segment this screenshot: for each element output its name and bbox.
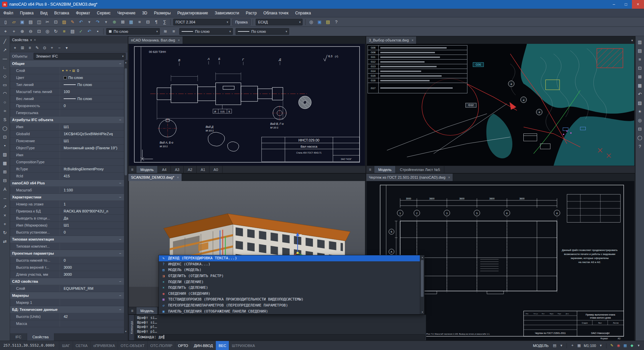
autocomplete-item[interactable]: ? ИНДЕКС (СПРАВКА...) <box>159 261 420 267</box>
revision-cloud-icon[interactable]: ≈ <box>1 106 9 115</box>
ucs-icon[interactable]: ⌖ <box>569 342 576 349</box>
menu-item[interactable]: Справка <box>292 9 314 17</box>
line-icon[interactable]: ╱ <box>1 37 9 46</box>
menu-item[interactable]: Вставка <box>51 9 73 17</box>
copy-properties-icon[interactable]: ✎ <box>69 18 76 26</box>
status-toggle-button[interactable]: ОРТО <box>175 341 191 350</box>
move-icon[interactable]: + <box>1 220 9 228</box>
status-toggle-button[interactable]: ОТС-ОБЪЕКТ <box>118 341 147 350</box>
close-button[interactable]: × <box>632 0 644 9</box>
property-value[interactable]: 0 <box>60 229 124 236</box>
pick-objects-icon[interactable]: ⌖ <box>11 45 19 51</box>
print-preview-icon[interactable]: ◫ <box>35 18 43 26</box>
paste-icon[interactable]: ▨ <box>60 18 68 26</box>
properties-scrollbar[interactable]: ▴ ▾ <box>124 60 128 333</box>
sheets-panel-icon[interactable]: ▤ <box>636 46 644 55</box>
document-tab[interactable]: Чертеж из ГОСТ 21.501-2011 (nanoCAD).dwg… <box>366 174 453 181</box>
quick-select-icon[interactable]: ⊞ <box>19 45 26 51</box>
layout-menu-icon[interactable]: ≡ <box>366 166 374 173</box>
lights-panel-icon[interactable]: ☀ <box>636 107 644 116</box>
property-value[interactable] <box>60 152 124 158</box>
drawing-viewport[interactable]: 4 4 4 G06 G12 G06 <box>366 44 635 166</box>
autocomplete-item[interactable]: ▤ МОДЕЛЬ (МОДЕЛЬ) <box>159 267 420 273</box>
tool-palettes-icon[interactable]: ▦ <box>636 81 644 90</box>
autocomplete-item[interactable]: ▣ ПАНЕЛЬ_СВЕДЕНИЯ (ОТОБРАЖЕНИЕ ПАНЕЛИ СВ… <box>159 308 420 314</box>
scrollbar-thumb[interactable] <box>125 68 127 175</box>
property-value[interactable]: 42 <box>60 313 124 320</box>
expand-sections-icon[interactable]: + <box>48 45 56 51</box>
maximize-button[interactable]: □ <box>620 0 632 9</box>
text-icon[interactable]: ¶ <box>152 18 160 26</box>
zoom-extents-icon[interactable]: ◎ <box>44 28 51 35</box>
layout-tab[interactable]: Модель <box>136 166 158 173</box>
utilities-icon[interactable]: ◎ <box>307 18 315 26</box>
copy-properties-icon[interactable]: ✎ <box>34 45 41 51</box>
web-panel-icon[interactable]: ◯ <box>636 133 644 142</box>
property-value[interactable]: Монтажный шкаф (Панели 19") <box>60 145 124 151</box>
property-value[interactable]: 0 <box>60 102 124 109</box>
copy-icon[interactable]: ⊡ <box>52 18 60 26</box>
sections-panel-icon[interactable]: ⊟ <box>636 124 644 133</box>
block-icon[interactable]: ⊡ <box>1 133 9 141</box>
panel-close-icon[interactable]: × <box>34 38 36 42</box>
autocomplete-item[interactable]: × ПОДЕЛИ (ДЕЛЕНИЕ) <box>159 279 420 285</box>
redo-icon[interactable]: ↷ <box>94 18 102 26</box>
layout-tab[interactable]: A4 <box>158 166 171 173</box>
close-icon[interactable]: × <box>448 176 450 179</box>
lock-layer-icon[interactable]: ▪ <box>94 28 102 35</box>
property-value[interactable]: 0 <box>60 257 124 264</box>
linetype-manager-icon[interactable]: ≋ <box>162 28 169 35</box>
property-value[interactable] <box>60 243 124 250</box>
property-value[interactable]: По слою <box>60 95 124 102</box>
properties-tab[interactable]: IFC <box>10 333 27 341</box>
insert-block-icon[interactable]: ⊕ <box>111 18 118 26</box>
regen-icon[interactable]: ↻ <box>52 28 60 35</box>
layout-tab[interactable]: A2 <box>184 166 196 173</box>
polygon-icon[interactable]: ◇ <box>1 72 9 80</box>
layout-menu-icon[interactable]: ≡ <box>128 166 136 173</box>
blocks-panel-icon[interactable]: ⊡ <box>636 64 644 72</box>
notifications-icon[interactable]: ◉ <box>615 342 622 349</box>
save-icon[interactable]: ▣ <box>18 18 26 26</box>
status-toggle-button[interactable]: ШТРИХОВКА <box>229 341 258 350</box>
property-value[interactable]: 1 <box>60 201 124 207</box>
text-icon[interactable]: A <box>1 185 9 193</box>
cut-icon[interactable]: ✂ <box>44 18 51 26</box>
menu-item[interactable]: Файл <box>0 9 17 17</box>
lineweight-combo[interactable]: По слою ▾ <box>236 28 289 35</box>
document-tab[interactable]: 3_Выбор объектов.dwg × <box>366 36 416 44</box>
help-panel-icon[interactable]: ? <box>636 142 644 151</box>
property-value[interactable]: 3000 <box>60 271 124 278</box>
layout-tab[interactable]: Стройгенплан Лист №5 <box>396 166 444 173</box>
zoom-out-icon[interactable]: ⊖ <box>27 28 35 35</box>
circle-icon[interactable]: ○ <box>1 98 9 106</box>
document-tab[interactable]: nCAD Механика. Вал.dwg × <box>128 36 183 44</box>
property-value[interactable]: По слою <box>60 74 124 81</box>
table-icon[interactable]: ⊟ <box>144 18 152 26</box>
scale-dropdown-icon[interactable]: ▾ <box>597 342 604 349</box>
raster-insert-icon[interactable]: ▦ <box>127 18 135 26</box>
rectangle-icon[interactable]: ▭ <box>1 80 9 89</box>
property-value[interactable]: Ш1 <box>60 138 124 144</box>
drawing-viewport[interactable]: 00 620 ТЗНН В А Б Г Д 6.3 (√) <box>128 44 366 166</box>
help-icon[interactable]: ? <box>332 18 340 26</box>
dimension-icon[interactable]: ↔ <box>1 193 9 202</box>
menu-item[interactable]: Правка <box>17 9 37 17</box>
menu-item[interactable]: Размеры <box>150 9 174 17</box>
property-value[interactable] <box>60 299 124 306</box>
autocomplete-item[interactable]: ▦ ТЕСТВИДЕОПРОИЗВ (ПРОВЕРКА ПРОИЗВОДИТЕЛ… <box>159 296 420 302</box>
objects-combo[interactable]: Элемент IFC ▾ <box>34 53 126 60</box>
status-menu-icon[interactable]: ▾ <box>635 342 642 349</box>
property-value[interactable]: Ш1 <box>60 222 124 229</box>
autocomplete-item[interactable]: × ПОДЕЛИТЬ (ДЕЛЕНИЕ) <box>159 285 420 291</box>
select-same-icon[interactable]: ≡ <box>26 45 34 51</box>
scroll-up-icon[interactable]: ▴ <box>420 255 425 259</box>
menu-item[interactable]: Вид <box>37 9 51 17</box>
menu-item[interactable]: Зависимости <box>211 9 243 17</box>
gem-icon[interactable]: ◆ <box>629 342 635 349</box>
mirror-icon[interactable]: ⇄ <box>1 237 9 246</box>
table-icon[interactable]: ⊟ <box>1 176 9 185</box>
property-value[interactable]: 1KC$rHGQzSvxBWeHPIeZvq <box>60 130 124 137</box>
property-value[interactable]: IfcBuildingElementProxy <box>60 166 124 172</box>
property-value[interactable]: 100 <box>60 88 124 95</box>
